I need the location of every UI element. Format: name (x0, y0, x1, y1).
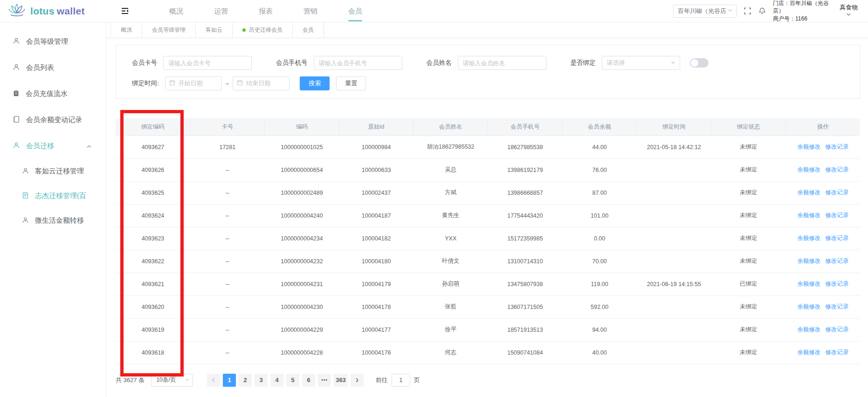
reset-button[interactable]: 重置 (336, 76, 366, 90)
account-name: 真食物 (840, 4, 858, 11)
balance-edit-link[interactable]: 余额修改 (797, 189, 820, 196)
table-cell (637, 295, 711, 318)
table-header-row: 绑定编码 卡号 编码 原始id 会员姓名 会员手机号 会员余额 绑定时间 绑定状… (116, 118, 860, 136)
table-cell: 100004178 (339, 295, 413, 318)
bind-status-label: 是否绑定 (571, 59, 596, 67)
goto-unit: 页 (414, 376, 420, 384)
phone-input[interactable] (314, 56, 402, 70)
col-header-member-phone: 会员手机号 (488, 118, 563, 136)
table-cell: 1000000000654 (265, 158, 339, 181)
tab-history-migrated-members[interactable]: 历史迁移会员 (233, 22, 293, 38)
sidebar-item-member-list[interactable]: 会员列表 (0, 55, 106, 81)
edit-record-link[interactable]: 修改记录 (825, 166, 848, 173)
table-cell: 100004182 (339, 227, 413, 250)
table-cell: 100004187 (339, 204, 413, 227)
bind-status-select[interactable]: 请选择 (602, 56, 680, 70)
table-cell-actions: 余额修改修改记录 (785, 181, 860, 204)
bind-time-label: 绑定时间: (132, 79, 159, 88)
balance-edit-link[interactable]: 余额修改 (797, 326, 820, 333)
sidebar-item-label: 会员等级管理 (26, 37, 68, 46)
fullscreen-icon[interactable] (744, 7, 751, 15)
edit-record-link[interactable]: 修改记录 (825, 212, 848, 219)
bell-icon[interactable] (758, 7, 766, 15)
edit-record-link[interactable]: 修改记录 (825, 281, 848, 287)
table-cell: 13475807938 (488, 273, 563, 295)
sidebar-item-label: 会员列表 (26, 63, 54, 72)
table-cell: 4093624 (116, 204, 190, 227)
topnav-item-marketing[interactable]: 营销 (303, 1, 317, 21)
tab-overview[interactable]: 概况 (110, 22, 142, 38)
sidebar-item-zhijie-migration[interactable]: 志杰迁移管理(百 (0, 184, 106, 208)
page-size-select[interactable]: 10条/页 (151, 374, 193, 387)
page-number-button[interactable]: 2 (239, 374, 252, 387)
balance-edit-link[interactable]: 余额修改 (797, 166, 820, 173)
sidebar-item-recharge-flow[interactable]: 会员充值流水 (0, 81, 106, 107)
last-page-button[interactable]: 363 (334, 374, 348, 387)
sidebar-item-label: 志杰迁移管理(百 (35, 192, 86, 200)
sidebar-item-member-level[interactable]: 会员等级管理 (0, 28, 106, 55)
topnav-item-overview[interactable]: 概况 (169, 1, 183, 21)
members-table: 绑定编码 卡号 编码 原始id 会员姓名 会员手机号 会员余额 绑定时间 绑定状… (116, 118, 860, 364)
filter-name-group: 会员姓名 (427, 56, 546, 70)
table-cell: 1000000001025 (265, 136, 339, 158)
balance-edit-link[interactable]: 余额修改 (797, 235, 820, 241)
next-page-button[interactable] (351, 374, 364, 387)
page-number-button[interactable]: 4 (270, 374, 283, 387)
card-number-input[interactable] (163, 56, 252, 70)
toggle-switch[interactable] (690, 58, 709, 68)
table-cell: 2021-06-19 14:15:55 (637, 273, 711, 295)
chevron-down-icon (840, 11, 858, 18)
store-select-dropdown[interactable]: 百年川椒（光谷店） (673, 5, 737, 18)
sidebar-item-keruyun-migration[interactable]: 客如云迁移管理 (0, 159, 106, 184)
edit-record-link[interactable]: 修改记录 (825, 235, 848, 241)
table-cell: 胡泊18627985532 (413, 136, 488, 158)
table-cell (637, 158, 711, 181)
page-number-button[interactable]: 5 (286, 374, 299, 387)
table-cell (637, 318, 711, 341)
sidebar-collapse-icon[interactable] (120, 7, 130, 15)
edit-record-link[interactable]: 修改记录 (825, 258, 848, 264)
prev-page-button[interactable] (207, 374, 220, 387)
sidebar-item-label: 会员充值流水 (26, 89, 68, 98)
start-date-input[interactable]: 开始日期 (165, 76, 222, 90)
table-cell: 18571913513 (488, 318, 563, 341)
sidebar-item-member-migration[interactable]: 会员迁移 (0, 133, 106, 159)
edit-record-link[interactable]: 修改记录 (825, 349, 848, 356)
balance-edit-link[interactable]: 余额修改 (797, 212, 820, 219)
sidebar-item-weishenghuo-transfer[interactable]: 微生活金额转移 (0, 208, 106, 233)
table-cell (637, 341, 711, 364)
balance-edit-link[interactable]: 余额修改 (797, 144, 820, 150)
topnav-item-member[interactable]: 会员 (348, 1, 362, 21)
person-icon (22, 167, 29, 176)
topnav-item-operation[interactable]: 运营 (214, 1, 228, 21)
balance-edit-link[interactable]: 余额修改 (797, 258, 820, 264)
search-button[interactable]: 搜索 (300, 76, 330, 90)
edit-record-link[interactable]: 修改记录 (825, 189, 848, 196)
table-cell: 叶倩文 (413, 250, 488, 273)
member-name-input[interactable] (458, 56, 546, 70)
topnav-item-report[interactable]: 报表 (259, 1, 273, 21)
end-date-input[interactable]: 结束日期 (233, 76, 289, 90)
sidebar-item-balance-records[interactable]: 会员余额变动记录 (0, 107, 106, 133)
balance-edit-link[interactable]: 余额修改 (797, 281, 820, 287)
page-number-button[interactable]: 3 (255, 374, 268, 387)
edit-record-link[interactable]: 修改记录 (825, 144, 848, 150)
balance-edit-link[interactable]: 余额修改 (797, 303, 820, 310)
table-row: 4093620--1000000004230100004178张哲1360717… (116, 295, 860, 318)
page-number-button[interactable]: 6 (302, 374, 315, 387)
tab-keruyun[interactable]: 客如云 (196, 22, 233, 38)
tab-member[interactable]: 会员 (293, 22, 324, 38)
filter-card-group: 会员卡号 (132, 56, 252, 70)
more-pages-button[interactable]: ••• (318, 374, 331, 387)
edit-record-link[interactable]: 修改记录 (825, 303, 848, 310)
tab-member-level[interactable]: 会员等级管理 (142, 22, 196, 38)
table-cell: 100004176 (339, 341, 413, 364)
table-cell: 何志 (413, 341, 488, 364)
goto-page-input[interactable] (392, 374, 410, 387)
col-header-card-no: 卡号 (190, 118, 265, 136)
table-row: 4093618--1000000004228100004176何志1509074… (116, 341, 860, 364)
account-menu[interactable]: 真食物 (840, 4, 858, 18)
balance-edit-link[interactable]: 余额修改 (797, 349, 820, 356)
edit-record-link[interactable]: 修改记录 (825, 326, 848, 333)
page-number-button[interactable]: 1 (223, 374, 236, 387)
